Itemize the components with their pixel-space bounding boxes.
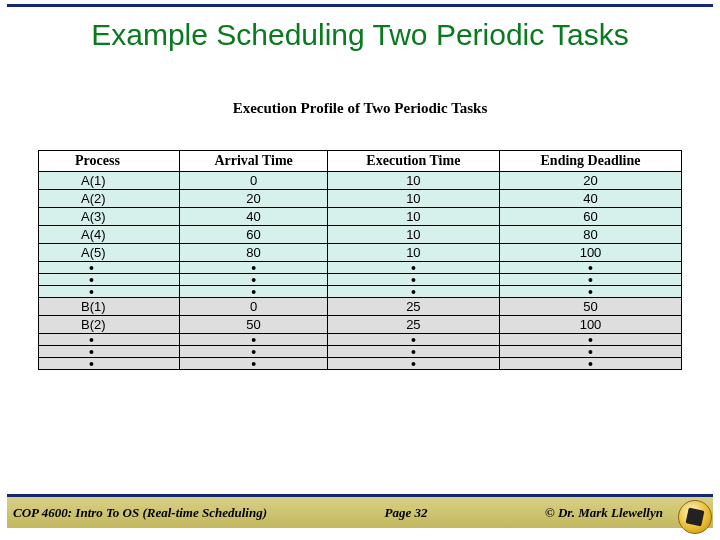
col-process: Process	[39, 151, 180, 172]
cell-deadline: 100	[500, 244, 682, 262]
table-body: A(1) 0 10 20 A(2) 20 10 40 A(3) 40 10 60	[39, 172, 682, 370]
cell-deadline: 20	[500, 172, 682, 190]
cell-exec: 10	[327, 226, 499, 244]
cell-exec: 10	[327, 208, 499, 226]
cell-arrival: 0	[180, 172, 327, 190]
footer-course: COP 4600: Intro To OS (Real-time Schedul…	[7, 505, 267, 521]
cell-process: A(2)	[39, 190, 180, 208]
col-deadline: Ending Deadline	[500, 151, 682, 172]
table-header-row: Process Arrival Time Execution Time Endi…	[39, 151, 682, 172]
cell-arrival: 80	[180, 244, 327, 262]
cell-arrival: 40	[180, 208, 327, 226]
table-row-dots: • • • •	[39, 286, 682, 298]
cell-deadline: 80	[500, 226, 682, 244]
cell-process: A(4)	[39, 226, 180, 244]
dot-icon: •	[180, 358, 327, 370]
dot-icon: •	[39, 286, 180, 298]
dot-icon: •	[39, 274, 180, 286]
profile-table: Process Arrival Time Execution Time Endi…	[38, 150, 682, 370]
footer-bar: COP 4600: Intro To OS (Real-time Schedul…	[7, 494, 713, 528]
cell-exec: 25	[327, 298, 499, 316]
cell-arrival: 0	[180, 298, 327, 316]
cell-exec: 25	[327, 316, 499, 334]
ucf-logo-icon	[678, 500, 712, 534]
cell-process: B(1)	[39, 298, 180, 316]
dot-icon: •	[180, 286, 327, 298]
cell-process: A(3)	[39, 208, 180, 226]
cell-process: B(2)	[39, 316, 180, 334]
dot-icon: •	[39, 346, 180, 358]
cell-arrival: 50	[180, 316, 327, 334]
dot-icon: •	[327, 286, 499, 298]
slide-title: Example Scheduling Two Periodic Tasks	[0, 18, 720, 52]
table-row: A(3) 40 10 60	[39, 208, 682, 226]
cell-arrival: 20	[180, 190, 327, 208]
table-row: B(1) 0 25 50	[39, 298, 682, 316]
cell-deadline: 40	[500, 190, 682, 208]
table: Process Arrival Time Execution Time Endi…	[38, 150, 682, 370]
table-row: A(2) 20 10 40	[39, 190, 682, 208]
cell-deadline: 100	[500, 316, 682, 334]
table-title: Execution Profile of Two Periodic Tasks	[0, 100, 720, 117]
table-row-dots: • • • •	[39, 358, 682, 370]
table-row: B(2) 50 25 100	[39, 316, 682, 334]
table-row-dots: • • • •	[39, 346, 682, 358]
table-row: A(4) 60 10 80	[39, 226, 682, 244]
dot-icon: •	[500, 286, 682, 298]
table-row-dots: • • • •	[39, 274, 682, 286]
slide: Example Scheduling Two Periodic Tasks Ex…	[0, 0, 720, 540]
cell-process: A(5)	[39, 244, 180, 262]
dot-icon: •	[39, 262, 180, 274]
dot-icon: •	[39, 358, 180, 370]
cell-process: A(1)	[39, 172, 180, 190]
cell-deadline: 60	[500, 208, 682, 226]
footer-page: Page 32	[267, 505, 545, 521]
logo-glyph-icon	[686, 508, 705, 527]
col-arrival: Arrival Time	[180, 151, 327, 172]
dot-icon: •	[327, 358, 499, 370]
dot-icon: •	[500, 358, 682, 370]
cell-deadline: 50	[500, 298, 682, 316]
table-row-dots: • • • •	[39, 334, 682, 346]
cell-exec: 10	[327, 244, 499, 262]
cell-exec: 10	[327, 172, 499, 190]
table-row-dots: • • • •	[39, 262, 682, 274]
table-row: A(1) 0 10 20	[39, 172, 682, 190]
cell-arrival: 60	[180, 226, 327, 244]
dot-icon: •	[39, 334, 180, 346]
col-exec: Execution Time	[327, 151, 499, 172]
table-row: A(5) 80 10 100	[39, 244, 682, 262]
cell-exec: 10	[327, 190, 499, 208]
top-rule	[7, 4, 713, 7]
